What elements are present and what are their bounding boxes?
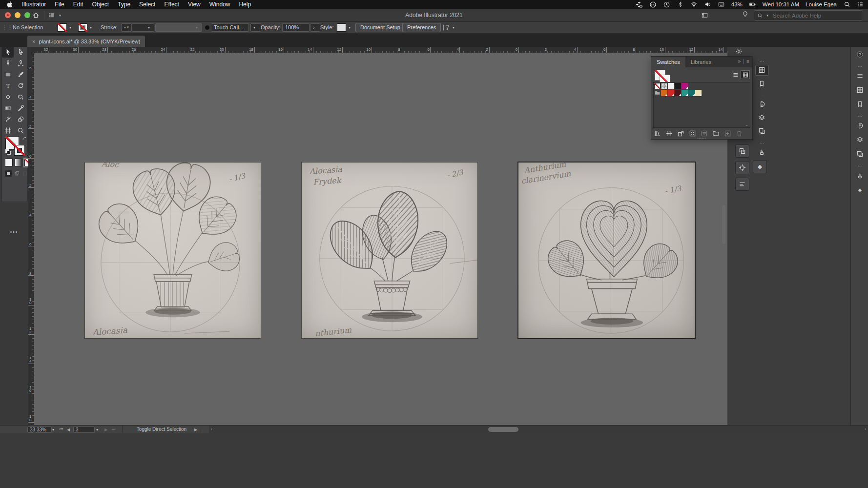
swatch-black[interactable] bbox=[675, 83, 681, 89]
align-options-icon[interactable] bbox=[442, 24, 450, 31]
opacity-value-field[interactable]: 100% bbox=[282, 23, 310, 32]
preferences-button[interactable]: Preferences bbox=[402, 23, 441, 32]
gradient-panel-icon[interactable] bbox=[853, 120, 866, 131]
document-tab[interactable]: × plant-icons.ai* @ 33.33% (CMYK/Preview… bbox=[27, 36, 145, 47]
shape-builder-tool[interactable] bbox=[15, 114, 26, 125]
curvature-tool[interactable] bbox=[15, 58, 26, 69]
status-hint-field[interactable]: Toggle Direct Selection bbox=[122, 426, 201, 433]
brush-definition-dropdown[interactable]: Touch Call... bbox=[211, 23, 249, 32]
creative-cloud-icon[interactable] bbox=[649, 1, 657, 8]
artboard-dropdown-chevron-icon[interactable]: ▾ bbox=[95, 426, 100, 433]
swatch-libraries-menu-icon[interactable] bbox=[653, 129, 661, 137]
menu-item-object[interactable]: Object bbox=[92, 1, 109, 8]
stroke-color-chip[interactable] bbox=[78, 23, 87, 32]
swatch-orange[interactable] bbox=[661, 90, 667, 96]
menu-item-view[interactable]: View bbox=[188, 1, 201, 8]
paintbrush-tool[interactable] bbox=[15, 69, 26, 80]
symbol-sprayer-tool[interactable] bbox=[2, 114, 14, 125]
style-label[interactable]: Style: bbox=[320, 21, 334, 33]
swatch-white[interactable] bbox=[668, 83, 674, 89]
libraries-bookmark-icon[interactable] bbox=[853, 99, 866, 109]
opacity-stepper-icon[interactable]: › bbox=[310, 23, 320, 32]
artboard-tool[interactable] bbox=[2, 125, 14, 136]
panel-resize-grip[interactable]: •••••• bbox=[697, 137, 706, 140]
wifi-icon[interactable] bbox=[690, 1, 698, 8]
menu-item-effect[interactable]: Effect bbox=[164, 1, 179, 8]
horizontal-ruler[interactable]: 323028262422201816141210864202468101214 bbox=[34, 47, 727, 53]
transform-icon[interactable] bbox=[735, 161, 749, 174]
direct-selection-tool[interactable] bbox=[15, 46, 26, 58]
previous-artboard-button[interactable]: ◀ bbox=[67, 426, 70, 433]
new-color-group-icon[interactable] bbox=[712, 129, 720, 137]
zoom-level-field[interactable]: 33.33% bbox=[27, 427, 52, 433]
shaper-tool[interactable] bbox=[15, 91, 26, 102]
scroll-down-chevron-icon[interactable]: ⌄ bbox=[744, 122, 748, 127]
eraser-tool[interactable] bbox=[2, 91, 14, 102]
pen-tool[interactable] bbox=[2, 58, 14, 69]
arrange-documents-icon[interactable] bbox=[701, 11, 708, 19]
fill-chevron-icon[interactable]: ▾ bbox=[68, 25, 73, 30]
zoom-tool[interactable] bbox=[15, 125, 26, 136]
show-swatch-kinds-icon[interactable] bbox=[688, 129, 697, 137]
help-search-input[interactable] bbox=[772, 12, 852, 19]
swatch-magenta[interactable] bbox=[682, 83, 688, 89]
menu-item-illustrator[interactable]: Illustrator bbox=[22, 1, 46, 8]
swatch-registration[interactable] bbox=[661, 83, 667, 89]
gradient-tool[interactable] bbox=[2, 102, 14, 114]
lines-icon[interactable] bbox=[853, 70, 866, 81]
clover-icon[interactable]: ♣ bbox=[853, 184, 866, 195]
swatch-maroon[interactable] bbox=[675, 90, 681, 96]
horizontal-scrollbar-thumb[interactable] bbox=[488, 427, 518, 432]
swirl-icon[interactable] bbox=[853, 49, 866, 60]
sync-icon[interactable] bbox=[636, 1, 643, 8]
document-setup-button[interactable]: Document Setup bbox=[355, 23, 405, 32]
help-search-field[interactable]: ▾ bbox=[754, 10, 863, 20]
rectangle-tool[interactable] bbox=[2, 69, 14, 80]
selection-tool[interactable] bbox=[2, 46, 14, 58]
brushes-icon[interactable] bbox=[853, 170, 866, 181]
apple-icon[interactable] bbox=[6, 1, 13, 8]
stroke-weight-value[interactable]: ▾ bbox=[132, 23, 154, 32]
draw-normal-button[interactable] bbox=[5, 170, 12, 177]
stroke-weight-stepper[interactable]: ▲▼ bbox=[121, 23, 132, 32]
color-group-folder-icon[interactable] bbox=[654, 90, 661, 96]
artboard-sketch-alocasia[interactable]: Aloc - 1/3 Alocasia bbox=[85, 163, 261, 338]
tab-libraries[interactable]: Libraries bbox=[685, 57, 717, 67]
swatch-none[interactable] bbox=[654, 83, 661, 89]
color-themes-icon[interactable] bbox=[665, 129, 673, 137]
menu-item-edit[interactable]: Edit bbox=[73, 1, 83, 8]
menu-item-window[interactable]: Window bbox=[209, 1, 230, 8]
edit-toolbar-ellipsis[interactable]: ••• bbox=[0, 229, 28, 235]
menu-clock[interactable]: Wed 10:31 AM bbox=[763, 1, 799, 7]
fill-color-chip[interactable] bbox=[58, 23, 67, 32]
artboards-panel-icon[interactable] bbox=[853, 148, 866, 159]
volume-icon[interactable] bbox=[704, 1, 711, 8]
collapse-panel-icon[interactable]: » bbox=[738, 59, 741, 64]
zoom-dropdown-chevron-icon[interactable]: ▾ bbox=[51, 426, 56, 433]
swatch-teal[interactable] bbox=[682, 90, 688, 96]
symbols-icon[interactable] bbox=[735, 144, 749, 158]
swatch-dark-teal[interactable] bbox=[688, 90, 695, 96]
menu-item-file[interactable]: File bbox=[55, 1, 64, 8]
user-name[interactable]: Louise Egea bbox=[806, 1, 837, 7]
vertical-scrollbar-thumb[interactable] bbox=[722, 205, 725, 244]
gradient-panel-icon[interactable] bbox=[756, 99, 768, 109]
menu-item-type[interactable]: Type bbox=[118, 1, 130, 8]
scroll-left-arrow-icon[interactable]: ‹ bbox=[211, 427, 212, 431]
control-center-icon[interactable] bbox=[857, 1, 864, 8]
time-machine-icon[interactable] bbox=[663, 1, 670, 8]
scroll-right-arrow-icon[interactable]: › bbox=[865, 427, 866, 431]
align-chevron-icon[interactable]: ▾ bbox=[451, 25, 456, 30]
brush-chevron-icon[interactable]: ▾ bbox=[250, 23, 261, 32]
layers-icon[interactable] bbox=[853, 134, 866, 145]
default-fill-stroke-icon[interactable] bbox=[5, 149, 9, 153]
draw-behind-button[interactable] bbox=[13, 170, 20, 177]
swap-fill-stroke-icon[interactable] bbox=[21, 135, 28, 142]
brushes-icon[interactable] bbox=[756, 147, 768, 157]
libraries-bookmark-icon[interactable] bbox=[756, 79, 768, 89]
vertical-ruler[interactable]: 642024681012141618 bbox=[28, 53, 34, 425]
spotlight-search-icon[interactable] bbox=[843, 1, 850, 8]
search-scope-chevron-icon[interactable]: ▾ bbox=[765, 13, 770, 18]
color-grid-icon[interactable] bbox=[853, 84, 866, 95]
menu-item-select[interactable]: Select bbox=[139, 1, 155, 8]
